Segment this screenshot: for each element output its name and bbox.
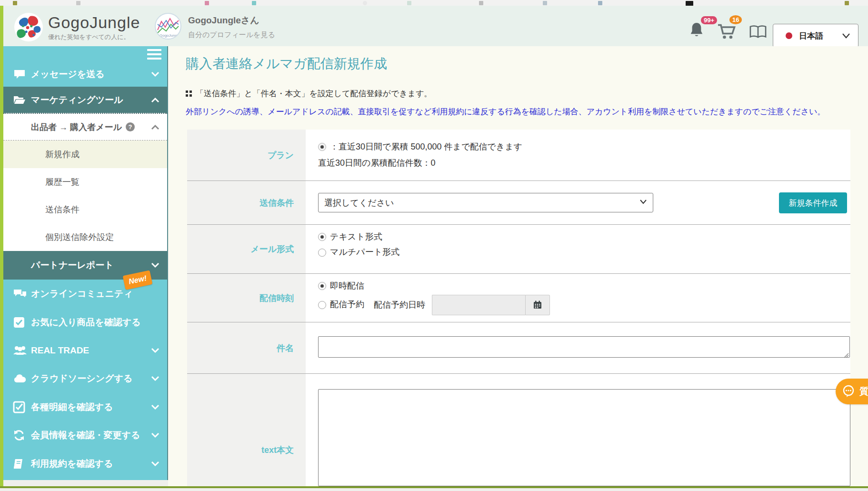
submenu-item-individual-exclusion[interactable]: 個別送信除外設定 xyxy=(3,223,167,251)
notification-badge: 99+ xyxy=(701,16,717,24)
avatar-chart-icon: GogoJungle xyxy=(156,14,180,39)
logo-name: GogoJungle xyxy=(48,13,140,32)
profile-link[interactable]: 自分のプロフィールを見る xyxy=(188,30,275,40)
format-radio-text[interactable] xyxy=(318,233,326,241)
top-favicon-strip xyxy=(0,0,868,6)
cart-icon[interactable] xyxy=(717,23,737,40)
datetime-input[interactable] xyxy=(432,295,525,315)
svg-text:GogoJungle: GogoJungle xyxy=(160,33,180,38)
user-block: GogoJungleさん 自分のプロフィールを見る xyxy=(188,14,275,40)
condition-select[interactable]: 選択してください xyxy=(318,193,653,212)
screen: GogoJungle 優れた英知をすべての人に。 GogoJungle Gogo… xyxy=(0,0,868,491)
chevron-down-icon xyxy=(151,71,160,77)
submenu-item-history-list[interactable]: 履歴一覧 xyxy=(3,168,167,196)
create-condition-button[interactable]: 新規条件作成 xyxy=(779,192,847,213)
subject-input[interactable] xyxy=(318,336,850,358)
sidebar: メッセージを送る マーケティングツール 出品者 → 購入者メール ? xyxy=(3,46,168,480)
sidebar-item-marketing-tools[interactable]: マーケティングツール xyxy=(3,87,167,113)
hamburger-menu-icon[interactable] xyxy=(147,49,161,62)
avatar[interactable]: GogoJungle xyxy=(155,13,181,40)
chevron-down-icon xyxy=(151,262,160,268)
logo-tagline: 優れた英知をすべての人に。 xyxy=(48,33,140,41)
help-icon[interactable]: ? xyxy=(126,122,135,131)
sidebar-item-real-trade[interactable]: REAL TRADE xyxy=(3,336,167,364)
timing-option-immediate[interactable]: 即時配信 xyxy=(318,281,850,291)
form-row-subject: 件名 xyxy=(187,322,850,374)
notifications-bell-icon[interactable] xyxy=(688,21,705,40)
gogojungle-logo-icon xyxy=(14,12,43,42)
question-floating-button[interactable]: 質問 xyxy=(836,379,868,404)
sidebar-item-statements[interactable]: 各種明細を確認する xyxy=(3,393,167,421)
page-title: 購入者連絡メルマガ配信新規作成 xyxy=(186,55,387,73)
format-label: メール形式 xyxy=(187,225,306,273)
favicon-icon xyxy=(13,1,17,5)
logo-text-wrap: GogoJungle 優れた英知をすべての人に。 xyxy=(48,13,140,41)
submenu-item-new-creation[interactable]: 新規作成 xyxy=(3,140,167,168)
condition-select-value: 選択してください xyxy=(324,197,394,209)
cart-badge: 16 xyxy=(729,15,742,24)
japan-flag-icon xyxy=(786,32,792,39)
chevron-up-icon xyxy=(151,124,160,130)
plan-radio-line: ：直近30日間で累積 500,000 件まで配信できます xyxy=(318,141,850,152)
resize-grip-icon[interactable] xyxy=(843,352,849,358)
calendar-icon xyxy=(533,300,542,310)
plan-label: プラン xyxy=(187,130,306,180)
sidebar-item-favorites[interactable]: お気に入り商品を確認する xyxy=(3,308,167,336)
subtitle: 「送信条件」と「件名・本文」を設定して配信登録ができます。 xyxy=(186,88,432,99)
logo[interactable]: GogoJungle 優れた英知をすべての人に。 xyxy=(14,12,140,42)
check-square-outline-icon xyxy=(13,401,26,413)
header: GogoJungle 優れた英知をすべての人に。 GogoJungle Gogo… xyxy=(3,6,868,46)
body-textarea[interactable] xyxy=(318,389,850,486)
question-label: 質問 xyxy=(859,385,868,398)
body-label: text本文 xyxy=(187,374,306,486)
form-row-format: メール形式 テキスト形式 マルチパート形式 xyxy=(187,225,850,274)
sidebar-item-online-community[interactable]: オンラインコミュニティ New! xyxy=(3,280,167,308)
submenu-buyer-mail: 出品者 → 購入者メール ? 新規作成 履歴一覧 送信条件 個別送信除外設定 xyxy=(3,113,167,251)
chevron-down-icon xyxy=(639,199,647,204)
favicon-icon xyxy=(76,1,80,5)
book-icon xyxy=(13,458,26,470)
condition-label: 送信条件 xyxy=(187,181,306,224)
favicon-icon xyxy=(363,1,367,5)
check-square-icon xyxy=(13,316,26,329)
calendar-button[interactable] xyxy=(525,295,550,315)
form-row-timing: 配信時刻 即時配信 配信予約 配信予約日時 xyxy=(187,274,850,322)
favicon-icon xyxy=(205,1,209,5)
grid-icon xyxy=(186,90,192,97)
timing-option-scheduled[interactable]: 配信予約 xyxy=(318,299,364,310)
chevron-up-icon xyxy=(151,97,160,103)
chevron-down-icon xyxy=(842,33,850,39)
format-radio-multipart[interactable] xyxy=(318,249,326,257)
guide-book-icon[interactable] xyxy=(749,25,767,39)
page-bottom-border xyxy=(0,486,868,488)
format-option-multipart[interactable]: マルチパート形式 xyxy=(318,247,850,258)
favicon-icon xyxy=(543,1,547,5)
question-bubble-icon xyxy=(841,384,856,399)
timing-radio-immediate[interactable] xyxy=(318,282,326,290)
plan-limit-text: ：直近30日間で累積 500,000 件まで配信できます xyxy=(330,141,522,152)
sidebar-item-send-message[interactable]: メッセージを送る xyxy=(3,61,167,87)
folder-open-icon xyxy=(13,95,26,105)
plan-radio[interactable] xyxy=(318,143,326,151)
chevron-down-icon xyxy=(151,461,160,467)
sidebar-item-terms[interactable]: 利用規約を確認する xyxy=(3,450,167,478)
mail-form: プラン ：直近30日間で累積 500,000 件まで配信できます 直近30日間の… xyxy=(187,130,850,486)
comments-icon xyxy=(13,288,26,300)
chevron-down-icon xyxy=(151,348,160,353)
sidebar-item-crowdsourcing[interactable]: クラウドソーシングする xyxy=(3,364,167,393)
sidebar-item-member-info[interactable]: 会員情報を確認・変更する xyxy=(3,421,167,450)
format-option-text[interactable]: テキスト形式 xyxy=(318,231,850,242)
favicon-icon xyxy=(845,1,849,5)
timing-radio-scheduled[interactable] xyxy=(318,301,326,309)
form-row-condition: 送信条件 選択してください 新規条件作成 xyxy=(187,181,850,225)
submenu-header-seller-to-buyer-mail[interactable]: 出品者 → 購入者メール ? xyxy=(3,114,167,140)
language-selector[interactable]: 日本語 xyxy=(773,24,858,48)
favicon-icon xyxy=(598,1,602,5)
chevron-down-icon xyxy=(151,404,160,410)
users-icon xyxy=(13,345,26,356)
plan-count-text: 直近30日間の累積配信件数：0 xyxy=(318,157,850,169)
form-row-body: text本文 xyxy=(187,374,850,486)
language-label: 日本語 xyxy=(799,30,823,41)
datetime-label: 配信予約日時 xyxy=(374,299,425,311)
submenu-item-send-conditions[interactable]: 送信条件 xyxy=(3,196,167,223)
